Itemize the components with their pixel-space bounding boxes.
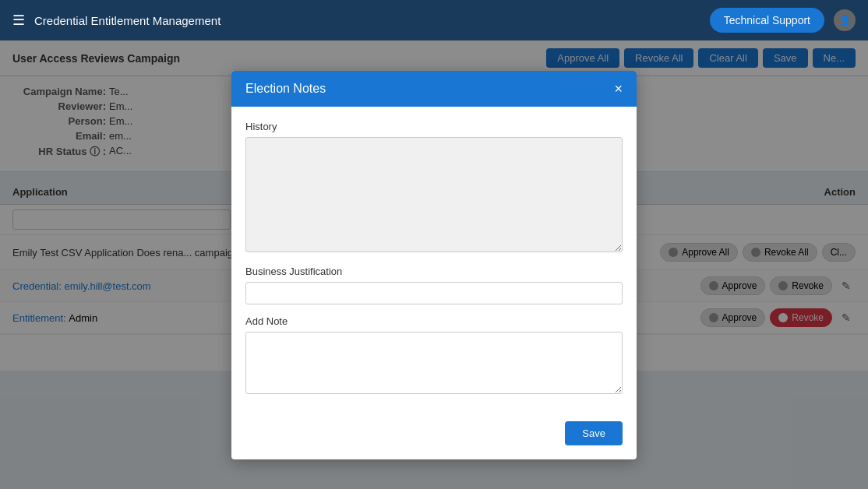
modal-footer: Save <box>231 421 637 459</box>
modal-save-button[interactable]: Save <box>565 421 623 445</box>
business-justification-label: Business Justification <box>245 266 623 277</box>
history-field-group: History <box>245 121 623 255</box>
page-background: User Access Reviews Campaign Approve All… <box>0 40 868 489</box>
app-title: Credential Entitlement Management <box>34 14 700 27</box>
hamburger-icon[interactable]: ☰ <box>12 12 25 29</box>
business-justification-input[interactable] <box>245 282 623 304</box>
navbar: ☰ Credential Entitlement Management Tech… <box>0 0 868 40</box>
history-label: History <box>245 121 623 132</box>
election-notes-modal: Election Notes × History Business Justif… <box>231 71 637 459</box>
avatar-icon: 👤 <box>839 15 851 26</box>
avatar[interactable]: 👤 <box>834 9 856 31</box>
history-textarea[interactable] <box>245 137 623 252</box>
tech-support-button[interactable]: Technical Support <box>710 8 824 33</box>
modal-title: Election Notes <box>245 82 326 96</box>
modal-overlay: Election Notes × History Business Justif… <box>0 40 868 489</box>
add-note-label: Add Note <box>245 315 623 327</box>
modal-close-button[interactable]: × <box>614 82 623 96</box>
business-justification-field-group: Business Justification <box>245 266 623 304</box>
modal-header: Election Notes × <box>231 71 637 107</box>
modal-body: History Business Justification Add Note <box>231 107 637 421</box>
add-note-field-group: Add Note <box>245 315 623 396</box>
add-note-textarea[interactable] <box>245 332 623 394</box>
